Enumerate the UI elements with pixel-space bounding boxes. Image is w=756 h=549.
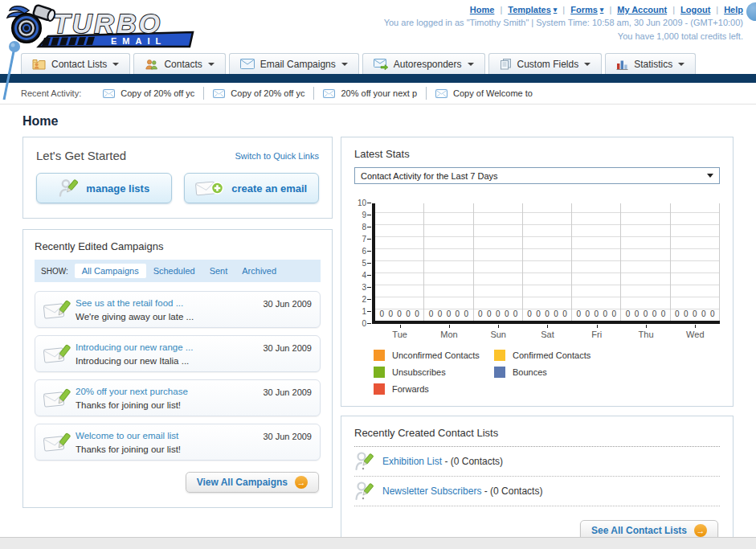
bar-value-label: 0: [456, 310, 460, 318]
nav-tab[interactable]: Email Campaigns: [229, 53, 359, 74]
legend-item: Bounces: [494, 367, 615, 378]
x-tick-label: Tue: [375, 324, 424, 339]
recent-activity-label: Recent Activity:: [21, 88, 81, 98]
view-all-campaigns-button[interactable]: View All Campaigns →: [186, 472, 319, 493]
contact-list-link[interactable]: Newsletter Subscribers: [382, 485, 481, 497]
y-tick-label: 4: [362, 272, 366, 280]
bar-value-label: 0: [545, 310, 550, 318]
recent-activity-item[interactable]: Copy of 20% off yc: [203, 87, 313, 100]
bar-value-label: 0: [379, 310, 384, 318]
recent-activity-item[interactable]: Copy of Welcome to: [426, 87, 541, 100]
campaign-row: 20% off your next purchase Thanks for jo…: [35, 379, 321, 416]
main-nav: Contact Lists Contacts Email Campaigns A…: [0, 51, 756, 74]
bar-value-label: 0: [710, 310, 715, 318]
nav-tab[interactable]: Contact Lists: [21, 53, 130, 74]
bar-value-label: 0: [661, 310, 666, 318]
switch-to-quick-links[interactable]: Switch to Quick Links: [235, 151, 319, 161]
top-nav-link[interactable]: My Account: [617, 5, 667, 14]
campaign-link[interactable]: Introducing our new range ...: [76, 342, 193, 352]
bar-value-label: 0: [429, 310, 434, 318]
page-title: Home: [22, 114, 734, 129]
y-tick-label: 1: [362, 308, 366, 316]
top-nav-link[interactable]: Home: [470, 5, 495, 14]
x-tick-label: Wed: [671, 324, 720, 339]
bar-value-label: 0: [536, 310, 541, 318]
bar-value-label: 0: [388, 310, 393, 318]
contact-list-count: (0 Contacts): [490, 485, 542, 497]
bar-value-label: 0: [496, 310, 501, 318]
top-nav-link[interactable]: Logout: [680, 5, 710, 14]
nav-tab[interactable]: Autoresponders: [362, 53, 485, 74]
bar-value-label: 0: [406, 310, 411, 318]
legend-label: Confirmed Contacts: [513, 350, 590, 360]
nav-tab[interactable]: Statistics: [605, 53, 696, 74]
recent-activity-item[interactable]: 20% off your next p: [313, 87, 426, 100]
help-bubble-icon[interactable]: [746, 2, 756, 21]
arrow-right-icon: →: [694, 524, 707, 537]
chevron-down-icon: [208, 63, 215, 66]
chart-group: 00000: [671, 203, 720, 321]
legend-swatch: [374, 350, 385, 361]
show-label: SHOW:: [41, 267, 68, 276]
contact-lists-title: Recently Created Contact Lists: [354, 427, 720, 447]
campaign-date: 30 Jun 2009: [263, 343, 312, 353]
chevron-down-icon: [468, 63, 474, 66]
top-nav-link[interactable]: Forms▾: [570, 5, 603, 14]
get-started-button[interactable]: create an email: [184, 173, 320, 203]
chevron-down-icon: [584, 63, 590, 66]
campaign-filter-tab[interactable]: All Campaigns: [75, 264, 146, 278]
campaign-filter-tab[interactable]: Scheduled: [146, 264, 202, 278]
svg-text:TURBO: TURBO: [53, 8, 162, 39]
recent-activity-item[interactable]: Copy of 20% off yc: [94, 87, 203, 100]
bar-value-label: 0: [464, 310, 469, 318]
x-tick-label: Fri: [572, 324, 621, 339]
y-tick-label: 10: [358, 199, 366, 207]
latest-stats-panel: Latest Stats Contact Activity for the La…: [341, 137, 734, 407]
get-started-button[interactable]: manage lists: [36, 173, 172, 203]
envelope-icon: [435, 89, 447, 98]
top-nav: Home Templates▾ Forms▾ My Account Logout: [384, 5, 743, 14]
recently-edited-campaigns-panel: Recently Edited Campaigns SHOW: All Camp…: [22, 229, 333, 508]
campaign-subtitle: We're giving away our late ...: [76, 312, 194, 322]
chart-group: 00000: [375, 203, 424, 321]
autoresponders-icon: [374, 59, 388, 70]
y-tick-label: 3: [362, 284, 366, 292]
legend-swatch: [374, 383, 385, 395]
campaign-icon: [43, 343, 76, 365]
contact-list-link[interactable]: Exhibition List: [382, 456, 442, 467]
campaign-date: 30 Jun 2009: [263, 387, 312, 397]
campaign-icon: [43, 299, 76, 321]
campaign-link[interactable]: Welcome to our email list: [76, 431, 178, 440]
x-tick-label: Sat: [523, 324, 572, 339]
top-nav-link[interactable]: Templates▾: [508, 5, 557, 14]
envelope-icon: [103, 89, 115, 98]
header: TURBO EMAIL Home Templates▾ Forms▾ My Ac…: [0, 0, 756, 51]
chart-group: 00000: [523, 203, 572, 321]
y-tick-label: 5: [362, 260, 366, 268]
footer-bar: [0, 537, 756, 549]
campaign-link[interactable]: 20% off your next purchase: [76, 387, 188, 396]
campaign-filter-tab[interactable]: Archived: [235, 264, 284, 278]
nav-tab[interactable]: Contacts: [133, 53, 225, 74]
recent-activity-bar: Recent Activity: Copy of 20% off yc Copy…: [0, 83, 756, 104]
custom-fields-icon: [500, 58, 512, 70]
chart-group: 00000: [474, 203, 523, 321]
nav-tab[interactable]: Custom Fields: [488, 53, 603, 74]
stats-period-selected-value: Contact Activity for the Last 7 Days: [361, 171, 498, 181]
chevron-down-icon: [707, 174, 713, 178]
envelope-icon: [323, 89, 335, 98]
stats-period-select[interactable]: Contact Activity for the Last 7 Days: [354, 167, 720, 184]
chart-legend: Unconfirmed ContactsConfirmed ContactsUn…: [374, 350, 720, 395]
campaign-filter-tab[interactable]: Sent: [202, 264, 235, 278]
chart-plot: 00000000000000000000000000000000000: [372, 203, 720, 324]
bar-value-label: 0: [652, 310, 657, 318]
x-tick-label: Mon: [424, 324, 473, 339]
campaign-link[interactable]: See us at the retail food ...: [76, 298, 183, 308]
pin-decoration: [1, 39, 22, 103]
campaign-subtitle: Thanks for joining our list!: [76, 445, 181, 454]
manage-lists-icon: [58, 178, 79, 198]
y-tick-label: 9: [362, 211, 366, 219]
top-nav-link[interactable]: Help: [724, 5, 743, 14]
recently-created-contact-lists-panel: Recently Created Contact Lists Exhibitio…: [341, 416, 734, 549]
bar-value-label: 0: [554, 310, 558, 318]
